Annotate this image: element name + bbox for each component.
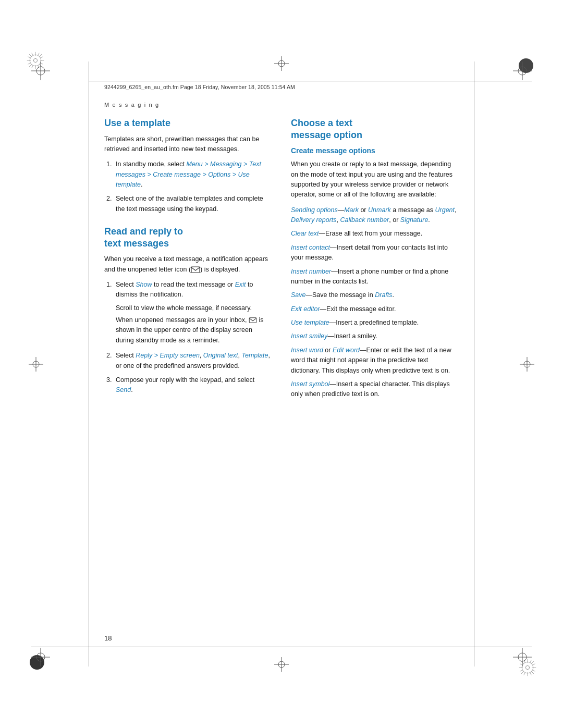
section-use-template: Use a template Templates are short, prew… — [104, 117, 272, 214]
section-read-reply: Read and reply to text messages When you… — [104, 226, 272, 396]
option-sending-options: Sending options—Mark or Unmark a message… — [291, 205, 459, 226]
reply-link: Reply > Empty screen — [136, 352, 200, 359]
svg-line-37 — [531, 661, 534, 664]
svg-line-12 — [41, 57, 43, 58]
left-vertical-rule — [89, 61, 89, 667]
crosshair-bottom-right — [513, 648, 532, 667]
content-area: Use a template Templates are short, prew… — [104, 117, 459, 624]
read-reply-step-1: Select Show to read the text message or … — [114, 280, 272, 346]
opt-label-use-template: Use template — [291, 319, 329, 326]
scroll-note: Scroll to view the whole message, if nec… — [116, 303, 272, 313]
svg-line-16 — [28, 63, 31, 64]
drafts-link: Drafts — [375, 291, 392, 299]
opt-label-sending-options: Sending options — [291, 206, 338, 214]
inbox-note: When unopened messages are in your inbox… — [116, 315, 272, 346]
subsection-title-create-options: Create message options — [291, 146, 459, 155]
section-title-choose-text: Choose a text message option — [291, 117, 459, 141]
svg-line-42 — [533, 670, 535, 671]
svg-line-17 — [28, 57, 31, 58]
opt-label-insert-number: Insert number — [291, 268, 331, 275]
svg-line-41 — [533, 664, 535, 665]
right-vertical-rule — [474, 61, 474, 667]
opt-label-insert-contact: Insert contact — [291, 244, 330, 251]
section-use-template-intro: Templates are short, prewritten messages… — [104, 134, 272, 155]
svg-line-43 — [530, 673, 531, 675]
svg-line-11 — [38, 53, 39, 56]
opt-label-clear-text: Clear text — [291, 230, 319, 237]
svg-line-6 — [29, 54, 32, 57]
send-link: Send — [116, 386, 131, 393]
option-insert-number: Insert number—Insert a phone number or f… — [291, 267, 459, 287]
crosshair-top-right — [513, 61, 532, 80]
crosshair-bottom-center — [274, 657, 289, 672]
delivery-reports-link: Delivery reports — [291, 216, 337, 224]
crosshair-mid-right — [520, 357, 534, 372]
original-text-link: Original text — [203, 352, 238, 359]
svg-line-10 — [32, 53, 33, 56]
crosshair-top-center — [274, 56, 289, 71]
unmark-link: Unmark — [368, 206, 391, 214]
option-insert-smiley: Insert smiley—Insert a smiley. — [291, 331, 459, 341]
page-number: 18 — [104, 634, 112, 642]
option-exit-editor: Exit editor—Exit the message editor. — [291, 304, 459, 314]
signature-link: Signature — [400, 216, 429, 224]
svg-line-8 — [39, 54, 42, 57]
option-save: Save—Save the message in Drafts. — [291, 290, 459, 300]
read-reply-step-3: Compose your reply with the keypad, and … — [114, 375, 272, 396]
opt-label-save: Save — [291, 291, 306, 299]
right-column: Choose a text message option Create mess… — [291, 117, 459, 624]
svg-line-44 — [524, 673, 525, 675]
section-read-reply-intro: When you receive a text message, a notif… — [104, 254, 272, 275]
choose-text-section: Create message options When you create o… — [291, 146, 459, 400]
show-link: Show — [136, 281, 152, 288]
option-insert-word: Insert word or Edit word—Enter or edit t… — [291, 346, 459, 376]
option-insert-symbol: Insert symbol—Insert a special character… — [291, 379, 459, 400]
svg-line-38 — [521, 671, 524, 674]
mark-link: Mark — [344, 206, 359, 214]
file-info: 9244299_6265_en_au_oth.fm Page 18 Friday… — [104, 81, 459, 92]
crosshair-bottom-left — [31, 648, 50, 667]
svg-rect-63 — [249, 318, 256, 323]
exit-link: Exit — [235, 281, 246, 288]
bottom-horizontal-rule — [31, 647, 532, 647]
opt-label-edit-word: Edit word — [333, 347, 360, 354]
opt-label-insert-smiley: Insert smiley — [291, 332, 327, 340]
svg-line-45 — [520, 670, 523, 671]
section-title-read-reply: Read and reply to text messages — [104, 226, 272, 249]
chapter-heading: M e s s a g i n g — [104, 102, 160, 108]
use-template-step-1: In standby mode, select Menu > Messaging… — [114, 159, 272, 190]
opt-label-insert-symbol: Insert symbol — [291, 380, 329, 388]
svg-line-36 — [531, 671, 534, 674]
use-template-step-2: Select one of the available templates an… — [114, 194, 272, 214]
option-clear-text: Clear text—Erase all text from your mess… — [291, 229, 459, 239]
left-column: Use a template Templates are short, prew… — [104, 117, 272, 624]
crosshair-top-left — [31, 61, 50, 80]
read-reply-steps: Select Show to read the text message or … — [114, 280, 272, 396]
menu-link: Menu > Messaging > Text messages > Creat… — [116, 161, 261, 188]
read-reply-step-2: Select Reply > Empty screen, Original te… — [114, 351, 272, 371]
option-use-template: Use template—Insert a predefined templat… — [291, 318, 459, 328]
opt-label-exit-editor: Exit editor — [291, 305, 320, 313]
option-insert-contact: Insert contact—Insert detail from your c… — [291, 243, 459, 263]
template-link: Template — [241, 352, 268, 359]
opt-label-insert-word: Insert word — [291, 347, 323, 354]
create-options-intro: When you create or reply to a text messa… — [291, 159, 459, 200]
section-title-use-template: Use a template — [104, 117, 272, 129]
urgent-link: Urgent — [435, 206, 455, 214]
svg-rect-62 — [191, 267, 200, 273]
callback-number-link: Callback number — [340, 216, 389, 224]
use-template-steps: In standby mode, select Menu > Messaging… — [114, 159, 272, 214]
crosshair-mid-left — [29, 357, 43, 372]
